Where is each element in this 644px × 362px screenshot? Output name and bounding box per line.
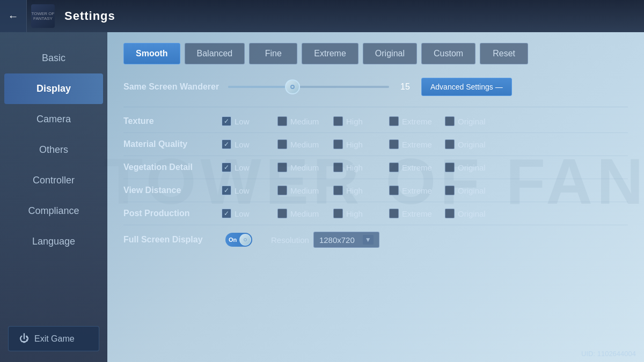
material-high-label: High [346, 140, 381, 149]
view-distance-high-label: High [346, 186, 381, 195]
texture-row: Texture Low Medium High Extreme Original [123, 110, 628, 133]
view-distance-low-option[interactable]: Low [222, 186, 269, 195]
vegetation-original-label: Original [458, 163, 493, 172]
post-production-low-label: Low [235, 209, 269, 218]
post-production-high-option[interactable]: High [333, 209, 381, 218]
exit-game-button[interactable]: ⏻ Exit Game [8, 326, 99, 351]
material-high-option[interactable]: High [333, 139, 381, 149]
vegetation-extreme-option[interactable]: Extreme [389, 162, 437, 172]
material-extreme-label: Extreme [402, 140, 437, 149]
logo-image: TOWER OF FANTASY [31, 4, 55, 28]
post-production-low-checkbox[interactable] [222, 209, 231, 218]
sidebar-item-compliance[interactable]: Compliance [0, 196, 107, 226]
post-production-high-checkbox[interactable] [333, 209, 343, 218]
slider-thumb[interactable] [285, 79, 300, 94]
post-production-medium-label: Medium [290, 209, 325, 218]
preset-reset-button[interactable]: Reset [480, 43, 528, 64]
vegetation-medium-checkbox[interactable] [277, 162, 287, 172]
back-button[interactable]: ← [0, 0, 27, 32]
back-arrow-icon: ← [8, 10, 19, 23]
vegetation-extreme-checkbox[interactable] [389, 162, 399, 172]
post-production-medium-option[interactable]: Medium [277, 209, 325, 218]
preset-fine-button[interactable]: Fine [249, 43, 297, 64]
view-distance-high-checkbox[interactable] [333, 186, 343, 195]
header: ← TOWER OF FANTASY Settings [0, 0, 644, 32]
post-production-original-checkbox[interactable] [445, 209, 455, 218]
sidebar-item-controller[interactable]: Controller [0, 165, 107, 196]
main-content: Smooth Balanced Fine Extreme Original Cu… [107, 32, 644, 362]
texture-low-option[interactable]: Low [222, 116, 269, 126]
sidebar-item-language[interactable]: Language [0, 226, 107, 257]
vegetation-medium-label: Medium [290, 163, 325, 172]
sidebar-item-others[interactable]: Others [0, 135, 107, 165]
material-original-option[interactable]: Original [445, 139, 493, 149]
view-distance-extreme-label: Extreme [402, 186, 437, 195]
vegetation-original-checkbox[interactable] [445, 162, 455, 172]
view-distance-original-option[interactable]: Original [445, 186, 493, 195]
post-production-options: Low Medium High Extreme Original [222, 209, 498, 218]
view-distance-medium-option[interactable]: Medium [277, 186, 325, 195]
material-original-checkbox[interactable] [445, 139, 455, 149]
post-production-extreme-label: Extreme [402, 209, 437, 218]
sidebar-item-camera[interactable]: Camera [0, 104, 107, 135]
texture-original-checkbox[interactable] [445, 116, 455, 126]
view-distance-row: View Distance Low Medium High Extreme Or… [123, 179, 628, 202]
texture-low-label: Low [235, 117, 269, 126]
view-distance-options: Low Medium High Extreme Original [222, 186, 498, 195]
texture-original-option[interactable]: Original [445, 116, 493, 126]
preset-balanced-button[interactable]: Balanced [185, 43, 245, 64]
material-medium-label: Medium [290, 140, 325, 149]
material-medium-checkbox[interactable] [277, 139, 287, 149]
texture-extreme-option[interactable]: Extreme [389, 116, 437, 126]
vegetation-medium-option[interactable]: Medium [277, 162, 325, 172]
exit-game-label: Exit Game [34, 334, 75, 344]
vegetation-low-option[interactable]: Low [222, 162, 269, 172]
view-distance-original-checkbox[interactable] [445, 186, 455, 195]
view-distance-extreme-checkbox[interactable] [389, 186, 399, 195]
vegetation-high-option[interactable]: High [333, 162, 381, 172]
preset-original-button[interactable]: Original [363, 43, 417, 64]
resolution-dropdown[interactable]: 1280x720 ▼ [313, 232, 379, 248]
post-production-original-label: Original [458, 209, 493, 218]
preset-custom-button[interactable]: Custom [421, 43, 475, 64]
view-distance-medium-checkbox[interactable] [277, 186, 287, 195]
texture-high-option[interactable]: High [333, 116, 381, 126]
texture-medium-option[interactable]: Medium [277, 116, 325, 126]
material-low-option[interactable]: Low [222, 139, 269, 149]
material-extreme-option[interactable]: Extreme [389, 139, 437, 149]
texture-medium-checkbox[interactable] [277, 116, 287, 126]
material-high-checkbox[interactable] [333, 139, 343, 149]
texture-high-checkbox[interactable] [333, 116, 343, 126]
post-production-original-option[interactable]: Original [445, 209, 493, 218]
post-production-medium-checkbox[interactable] [277, 209, 287, 218]
fullscreen-label: Full Screen Display [123, 235, 217, 245]
preset-smooth-button[interactable]: Smooth [123, 43, 180, 64]
material-extreme-checkbox[interactable] [389, 139, 399, 149]
texture-original-label: Original [458, 117, 493, 126]
slider-track[interactable] [228, 86, 389, 88]
fullscreen-toggle[interactable]: On [225, 233, 252, 247]
texture-options: Low Medium High Extreme Original [222, 116, 498, 126]
preset-extreme-button[interactable]: Extreme [302, 43, 358, 64]
texture-low-checkbox[interactable] [222, 116, 231, 126]
sidebar-item-display[interactable]: Display [4, 73, 103, 104]
vegetation-low-checkbox[interactable] [222, 162, 231, 172]
view-distance-extreme-option[interactable]: Extreme [389, 186, 437, 195]
view-distance-low-checkbox[interactable] [222, 186, 231, 195]
vegetation-original-option[interactable]: Original [445, 162, 493, 172]
slider-label: Same Screen Wanderer [123, 82, 220, 92]
texture-extreme-checkbox[interactable] [389, 116, 399, 126]
vegetation-high-checkbox[interactable] [333, 162, 343, 172]
sidebar-item-basic[interactable]: Basic [0, 43, 107, 73]
vegetation-detail-row: Vegetation Detail Low Medium High Extrem… [123, 156, 628, 179]
post-production-extreme-option[interactable]: Extreme [389, 209, 437, 218]
texture-high-label: High [346, 117, 381, 126]
post-production-low-option[interactable]: Low [222, 209, 269, 218]
material-low-checkbox[interactable] [222, 139, 231, 149]
fullscreen-row: Full Screen Display On Resolution 1280x7… [123, 225, 628, 254]
material-medium-option[interactable]: Medium [277, 139, 325, 149]
view-distance-high-option[interactable]: High [333, 186, 381, 195]
material-quality-label: Material Quality [123, 139, 217, 149]
post-production-extreme-checkbox[interactable] [389, 209, 399, 218]
advanced-settings-button[interactable]: Advanced Settings — [421, 78, 512, 96]
